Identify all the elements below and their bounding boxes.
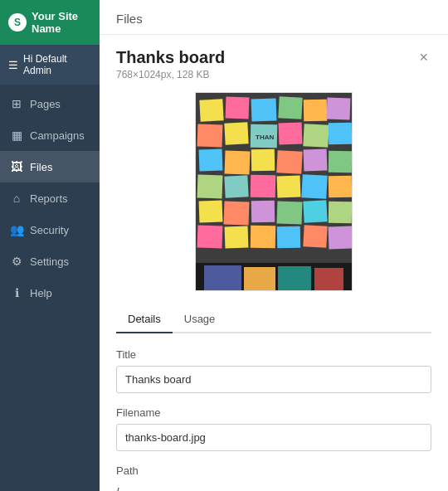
svg-rect-19 <box>304 149 328 172</box>
svg-rect-42 <box>278 266 311 290</box>
svg-rect-32 <box>329 202 352 223</box>
sidebar-item-security[interactable]: 👥 Security <box>0 214 100 246</box>
svg-rect-27 <box>199 201 223 223</box>
title-field-group: Title <box>116 348 431 393</box>
svg-rect-33 <box>197 225 223 248</box>
sidebar-nav: ⊞ Pages ▦ Campaigns 🖼 Files ⌂ Reports 👥 … <box>0 85 100 491</box>
user-label: Hi Default Admin <box>23 53 91 76</box>
page-title: Files <box>116 12 143 26</box>
filename-field-group: Filename <box>116 406 431 451</box>
svg-rect-18 <box>276 150 302 174</box>
sidebar-item-settings[interactable]: ⚙ Settings <box>0 246 100 277</box>
svg-rect-3 <box>226 97 250 119</box>
tab-usage[interactable]: Usage <box>173 306 227 333</box>
svg-rect-35 <box>251 226 275 249</box>
file-image: THAN <box>195 92 353 291</box>
svg-rect-6 <box>304 100 327 121</box>
svg-rect-12 <box>279 123 303 145</box>
detail-title-row: Thanks board × <box>116 48 431 67</box>
file-preview: THAN <box>116 92 431 291</box>
close-button[interactable]: × <box>416 48 431 66</box>
help-icon: ℹ <box>10 286 23 299</box>
site-name: Your Site Name <box>32 10 91 35</box>
sidebar-user[interactable]: ☰ Hi Default Admin <box>0 45 100 85</box>
svg-rect-13 <box>303 124 329 148</box>
page-header: Files <box>100 0 448 35</box>
filename-label: Filename <box>116 406 431 419</box>
logo-icon: S <box>8 13 27 32</box>
svg-rect-17 <box>251 149 275 171</box>
reports-icon: ⌂ <box>10 192 23 205</box>
svg-rect-29 <box>251 201 275 222</box>
path-field-group: Path / <box>116 464 431 491</box>
path-value: / <box>116 482 431 491</box>
sidebar-item-label: Security <box>30 224 69 236</box>
sidebar-item-label: Campaigns <box>30 129 85 142</box>
file-title: Thanks board <box>116 48 225 67</box>
user-icon: ☰ <box>8 59 18 71</box>
svg-rect-5 <box>278 96 302 119</box>
svg-rect-8 <box>197 124 223 147</box>
svg-rect-40 <box>204 265 241 290</box>
svg-rect-2 <box>199 99 223 121</box>
sidebar-item-label: Pages <box>30 98 61 110</box>
sidebar-item-label: Help <box>30 287 52 299</box>
sidebar-item-reports[interactable]: ⌂ Reports <box>0 182 100 214</box>
tab-details[interactable]: Details <box>116 306 173 333</box>
main-content: Files Thanks board × 768×1024px, 128 KB <box>100 0 448 491</box>
svg-rect-22 <box>224 175 248 197</box>
sidebar-item-label: Files <box>30 161 52 173</box>
svg-text:THAN: THAN <box>256 134 274 141</box>
svg-rect-15 <box>199 149 223 172</box>
svg-rect-28 <box>224 201 250 225</box>
file-tabs: Details Usage <box>116 306 431 333</box>
svg-rect-38 <box>329 226 353 249</box>
sidebar-item-label: Reports <box>30 192 68 205</box>
svg-rect-21 <box>197 174 223 198</box>
svg-rect-30 <box>277 201 303 224</box>
svg-rect-9 <box>224 122 248 144</box>
svg-rect-20 <box>329 151 352 173</box>
svg-rect-43 <box>314 268 343 290</box>
path-label: Path <box>116 464 431 477</box>
title-input[interactable] <box>116 366 431 393</box>
svg-rect-26 <box>329 176 352 197</box>
sidebar-logo[interactable]: S Your Site Name <box>0 0 100 45</box>
svg-rect-34 <box>225 226 249 249</box>
sidebar-item-pages[interactable]: ⊞ Pages <box>0 88 100 119</box>
svg-rect-16 <box>225 150 251 174</box>
sidebar-item-help[interactable]: ℹ Help <box>0 277 100 309</box>
svg-rect-4 <box>251 98 277 121</box>
svg-rect-24 <box>277 176 301 198</box>
svg-rect-23 <box>251 175 275 198</box>
svg-rect-36 <box>277 226 300 248</box>
filename-input[interactable] <box>116 424 431 451</box>
pages-icon: ⊞ <box>10 97 23 110</box>
svg-rect-37 <box>303 225 327 247</box>
svg-rect-14 <box>329 123 352 144</box>
title-label: Title <box>116 348 431 361</box>
campaigns-icon: ▦ <box>10 129 23 142</box>
files-icon: 🖼 <box>10 160 23 173</box>
svg-rect-31 <box>303 200 327 222</box>
detail-panel: Thanks board × 768×1024px, 128 KB <box>100 35 448 491</box>
svg-rect-7 <box>327 98 351 120</box>
sidebar-item-files[interactable]: 🖼 Files <box>0 151 100 182</box>
settings-icon: ⚙ <box>10 255 23 268</box>
sticky-board-svg: THAN <box>196 93 353 291</box>
security-icon: 👥 <box>10 223 23 236</box>
svg-rect-41 <box>244 267 275 290</box>
sidebar-item-campaigns[interactable]: ▦ Campaigns <box>0 119 100 151</box>
svg-rect-25 <box>301 174 327 199</box>
file-meta: 768×1024px, 128 KB <box>116 69 431 80</box>
sidebar-item-label: Settings <box>30 255 69 268</box>
sidebar: S Your Site Name ☰ Hi Default Admin ⊞ Pa… <box>0 0 100 491</box>
